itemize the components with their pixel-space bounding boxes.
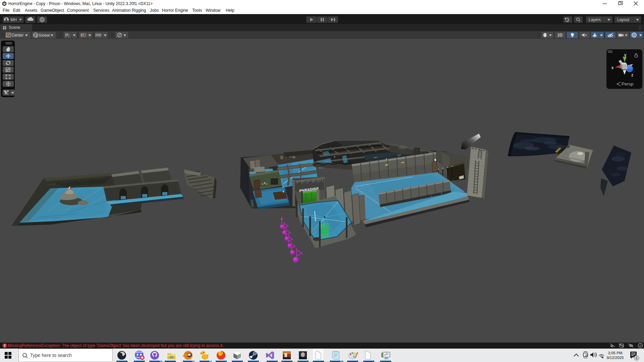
svg-text:1: 1 [636,356,638,360]
svg-text:3:05 PM: 3:05 PM [608,351,623,355]
svg-text:1: 1 [567,18,569,21]
svg-text:Center: Center [11,33,23,38]
svg-text:Y: Y [68,35,70,38]
svg-text:x: x [611,65,614,70]
svg-text:9/12/2025: 9/12/2025 [606,356,624,360]
svg-text:Global: Global [39,33,50,37]
svg-text:Persp: Persp [622,81,633,86]
svg-text:MH: MH [10,17,17,22]
svg-text:y: y [624,53,627,57]
svg-text:z: z [631,73,633,77]
